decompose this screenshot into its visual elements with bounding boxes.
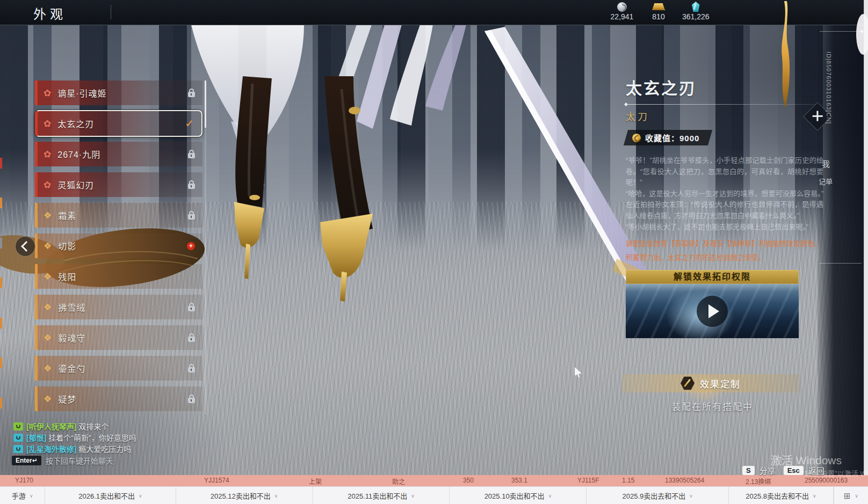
skin-list-scrollbar[interactable] — [205, 81, 206, 414]
enter-hint-text: 按下回车键开始聊天 — [46, 455, 113, 466]
collection-value-badge: 收藏值：9000 — [624, 130, 713, 145]
skin-item-label: 太玄之刃 — [57, 117, 185, 130]
skin-list: ✿谪星·引魂姬✿太玄之刃✓✿2674·九阴✿灵狐幻刃❖霜素❖切影+❖残阳❖拂雪绒… — [35, 81, 202, 417]
red-flower-icon: ✿ — [44, 150, 51, 159]
background-pink-row: YJ170YJJ1574上架助之350353.1YJ115F1.15133905… — [0, 475, 868, 486]
taskbar-tab-label: 2026.1卖出和不出 — [78, 491, 135, 501]
esc-keycap: Esc — [784, 466, 804, 475]
gold-clover-icon: ❖ — [44, 272, 52, 281]
new-plus-badge: + — [187, 242, 195, 250]
coin-amount: 22,941 — [611, 12, 634, 21]
effect-note-1: 装配后会改变【百裂斩】及魂玉【蚀神斩】的技能特效及颜色。 — [626, 238, 823, 249]
gold-clover-icon: ❖ — [44, 303, 52, 312]
chat-channel-icon — [13, 434, 23, 442]
chevron-down-icon: ∨ — [139, 493, 142, 499]
red-flower-icon: ✿ — [44, 119, 51, 128]
lock-icon — [188, 92, 195, 97]
currency-gold-ingot[interactable]: 810 — [646, 2, 671, 21]
taskbar-tab[interactable]: 手游∨ — [0, 487, 45, 504]
background-text-fragment: 记单 — [819, 176, 833, 186]
skin-list-item[interactable]: ❖切影+ — [35, 233, 202, 258]
skin-list-item[interactable]: ❖疑梦 — [35, 386, 202, 411]
topbar-divider — [111, 5, 111, 19]
skin-list-item[interactable]: ✿灵狐幻刃 — [35, 172, 202, 197]
chat-channel-icon — [13, 445, 23, 453]
skin-item-label: 疑梦 — [58, 392, 188, 405]
chat-message: [郁恨]挂着个“萌新”，你好意思吗 — [13, 432, 136, 443]
chat-message: [听伊人抚琴声]双排来个 — [13, 421, 136, 432]
lock-icon — [188, 214, 195, 220]
back-button[interactable] — [15, 236, 35, 257]
chevron-down-icon: ∨ — [411, 493, 415, 499]
brush-sword-icon — [681, 376, 695, 390]
coin-icon — [617, 2, 627, 12]
left-edge-tick — [0, 158, 2, 169]
skin-list-item[interactable]: ❖毅魂守 — [35, 325, 202, 350]
taskbar-tab[interactable]: 2026.1卖出和不出∨ — [45, 487, 176, 504]
gold-clover-icon: ❖ — [44, 364, 52, 373]
effect-notes: 装配后会改变【百裂斩】及魂玉【蚀神斩】的技能特效及颜色。 积蓄雪力后，太玄之刃的… — [626, 238, 823, 263]
lock-icon — [188, 337, 195, 342]
chat-message: [乱星海外散修]瘾大爱吃压力吗 — [13, 443, 136, 454]
left-edge-tick — [0, 357, 2, 368]
page-title: 外观 — [33, 4, 67, 23]
red-flower-icon: ✿ — [44, 180, 51, 189]
left-edge-tick — [0, 398, 2, 408]
taskbar-tab[interactable]: 2025.9卖出去和不出∨ — [587, 487, 729, 504]
taskbar-tab[interactable]: 2025.8卖出去和不出∨ — [729, 487, 834, 504]
skin-item-label: 鎏金勺 — [58, 362, 188, 375]
gold-clover-icon: ❖ — [44, 333, 52, 342]
taskbar-tab[interactable]: 2025.11卖出和不出∨ — [313, 487, 450, 504]
skin-list-item[interactable]: ❖拂雪绒 — [35, 295, 202, 319]
currency-bar: 22,941 810 361,226 — [609, 2, 710, 21]
chat-sender-name[interactable]: [乱星海外散修] — [26, 443, 76, 454]
ingot-amount: 810 — [652, 12, 664, 21]
skin-list-item[interactable]: ✿太玄之刃✓ — [35, 110, 202, 137]
skin-item-label: 谪星·引魂姬 — [57, 86, 188, 99]
left-edge-tick — [0, 277, 2, 288]
skin-list-item[interactable]: ❖残阳 — [35, 264, 202, 289]
chat-sender-name[interactable]: [郁恨] — [26, 432, 46, 443]
customize-label: 效果定制 — [700, 377, 741, 390]
chat-sender-name[interactable]: [听伊人抚琴声] — [26, 421, 76, 432]
currency-coin[interactable]: 22,941 — [609, 2, 635, 21]
skin-item-label: 切影 — [58, 239, 187, 252]
left-edge-tick — [0, 198, 2, 208]
gold-ingot-icon — [652, 3, 665, 10]
background-row-text: 350 — [463, 477, 474, 484]
chat-enter-hint: Enter↵ 按下回车键开始聊天 — [12, 455, 113, 466]
unlock-banner[interactable]: 解锁效果拓印权限 — [626, 270, 799, 284]
taskbar-grid-button[interactable]: ⊞∨ — [834, 487, 868, 504]
taskbar-tab[interactable]: 2025.12卖出和不出∨ — [176, 487, 313, 504]
skin-item-label: 灵狐幻刃 — [57, 178, 188, 191]
red-flower-icon: ✿ — [44, 89, 51, 98]
back-label: 返回 — [808, 465, 824, 476]
skin-item-label: 残阳 — [58, 270, 195, 283]
left-edge-tick — [0, 238, 2, 249]
background-window-edge — [864, 0, 868, 504]
skin-list-item[interactable]: ✿谪星·引魂姬 — [35, 81, 202, 105]
corner-highlight — [856, 14, 868, 55]
taskbar-tab[interactable]: 2025.10卖出和不出∨ — [450, 487, 587, 504]
effect-video-thumbnail[interactable] — [626, 284, 799, 338]
lock-icon — [188, 306, 195, 311]
effect-customize-button[interactable]: 效果定制 — [622, 374, 799, 392]
skin-list-item[interactable]: ❖鎏金勺 — [35, 356, 202, 381]
scrollbar-thumb[interactable] — [205, 81, 206, 128]
skin-list-item[interactable]: ✿2674·九阴 — [35, 142, 202, 166]
background-row-text: 353.1 — [511, 477, 527, 484]
taskbar-tab-label: 2025.12卖出和不出 — [211, 491, 271, 501]
gold-clover-icon: ❖ — [44, 242, 52, 251]
skin-list-item[interactable]: ❖霜素 — [35, 203, 202, 228]
background-row-text: 13390505264 — [665, 477, 704, 484]
gold-clover-icon: ❖ — [44, 395, 52, 404]
chevron-down-icon: ∨ — [548, 493, 552, 499]
lock-icon — [188, 153, 195, 158]
background-row-text: YJJ1574 — [204, 477, 229, 484]
background-text-fragment: 我 — [822, 158, 830, 169]
game-window: 外观 22,941 810 361,226 ✿谪星·引魂姬✿太玄之刃✓✿2674… — [0, 0, 868, 504]
skin-item-label: 2674·九阴 — [57, 148, 188, 160]
chevron-left-icon — [21, 241, 32, 252]
play-button[interactable] — [697, 296, 728, 327]
currency-jade[interactable]: 361,226 — [682, 2, 710, 21]
